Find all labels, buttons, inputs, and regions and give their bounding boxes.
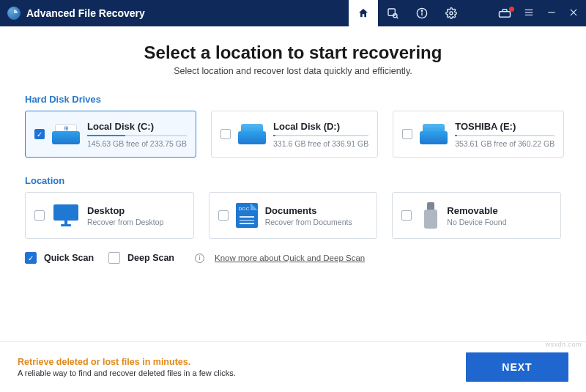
quick-scan-checkbox[interactable]: ✓ (25, 252, 37, 264)
svg-point-5 (421, 10, 422, 11)
drive-usage-bar (273, 135, 368, 136)
drive-icon: ⊞ (52, 124, 80, 144)
drive-checkbox[interactable] (220, 129, 231, 139)
toolbox-button[interactable] (498, 8, 511, 18)
drive-title: Local Disk (C:) (87, 121, 187, 132)
svg-line-2 (396, 17, 398, 18)
deep-scan-label: Deep Scan (127, 253, 174, 263)
window-controls (498, 7, 579, 19)
watermark: wsxdn.com (545, 341, 582, 348)
scan-options: ✓ Quick Scan Deep Scan i Know more about… (25, 252, 561, 264)
drives-row: ✓ ⊞ Local Disk (C:) 145.63 GB free of 23… (25, 111, 561, 158)
page-subheading: Select location and recover lost data qu… (25, 66, 561, 76)
hamburger-icon (523, 7, 535, 18)
section-location-label: Location (25, 175, 561, 186)
drive-icon (420, 124, 448, 144)
deep-scan-checkbox[interactable] (108, 252, 120, 264)
gear-icon (445, 7, 457, 19)
app-title: Advanced File Recovery (26, 7, 145, 19)
tab-info[interactable] (407, 0, 437, 26)
usb-icon (422, 202, 440, 229)
drive-subtitle: 331.6 GB free of 336.91 GB (273, 139, 368, 148)
drive-card-c[interactable]: ✓ ⊞ Local Disk (C:) 145.63 GB free of 23… (25, 111, 196, 158)
notification-dot-icon (509, 7, 514, 12)
location-subtitle: Recover from Desktop (87, 218, 185, 226)
quick-scan-label: Quick Scan (44, 253, 94, 263)
drive-checkbox[interactable]: ✓ (34, 129, 45, 139)
location-title: Documents (265, 205, 368, 216)
close-icon (568, 7, 579, 18)
location-card-documents[interactable]: DOC Documents Recover from Documents (209, 192, 378, 239)
nav-tabs (349, 0, 466, 26)
app-window: Advanced File Recovery (0, 0, 586, 392)
search-list-icon (387, 7, 398, 19)
menu-button[interactable] (523, 7, 535, 19)
location-card-removable[interactable]: Removable No Device Found (392, 192, 561, 239)
location-checkbox[interactable] (218, 210, 229, 221)
tab-preview[interactable] (378, 0, 407, 26)
drive-title: TOSHIBA (E:) (455, 121, 555, 132)
main-content: Select a location to start recovering Se… (0, 26, 586, 341)
location-subtitle: Recover from Documents (265, 218, 368, 226)
info-icon (416, 7, 428, 19)
minimize-button[interactable] (546, 7, 557, 19)
footer-subtitle: A reliable way to find and recover delet… (18, 369, 466, 377)
info-icon: i (195, 254, 204, 263)
drive-checkbox[interactable] (402, 129, 412, 139)
location-title: Removable (447, 205, 552, 216)
location-card-desktop[interactable]: Desktop Recover from Desktop (25, 192, 194, 239)
page-heading: Select a location to start recovering (25, 42, 561, 63)
minimize-icon (546, 7, 557, 18)
drive-title: Local Disk (D:) (273, 121, 368, 132)
tab-settings[interactable] (437, 0, 466, 26)
locations-row: Desktop Recover from Desktop DOC Documen… (25, 192, 561, 239)
tab-home[interactable] (349, 0, 378, 26)
drive-subtitle: 145.63 GB free of 233.75 GB (87, 139, 187, 148)
footer-title: Retrieve deleted or lost files in minute… (18, 357, 466, 367)
location-subtitle: No Device Found (447, 218, 552, 226)
close-button[interactable] (568, 7, 579, 19)
drive-usage-bar (87, 135, 187, 136)
next-button[interactable]: NEXT (466, 352, 568, 382)
section-drives-label: Hard Disk Drives (25, 94, 561, 105)
desktop-icon (52, 204, 80, 226)
location-title: Desktop (87, 205, 185, 216)
drive-usage-bar (455, 135, 555, 136)
svg-point-6 (450, 12, 453, 15)
app-logo-icon (7, 7, 21, 20)
drive-subtitle: 353.61 GB free of 360.22 GB (455, 139, 555, 148)
location-checkbox[interactable] (401, 210, 412, 221)
document-icon: DOC (236, 203, 258, 228)
location-checkbox[interactable] (34, 210, 45, 221)
home-icon (357, 7, 369, 19)
svg-rect-7 (500, 12, 511, 18)
scan-info-link[interactable]: Know more about Quick and Deep Scan (215, 254, 365, 262)
footer: Retrieve deleted or lost files in minute… (0, 341, 586, 392)
titlebar: Advanced File Recovery (0, 0, 586, 26)
svg-rect-0 (388, 9, 395, 15)
drive-icon (238, 124, 266, 144)
drive-card-d[interactable]: Local Disk (D:) 331.6 GB free of 336.91 … (211, 111, 378, 158)
drive-card-e[interactable]: TOSHIBA (E:) 353.61 GB free of 360.22 GB (393, 111, 564, 158)
